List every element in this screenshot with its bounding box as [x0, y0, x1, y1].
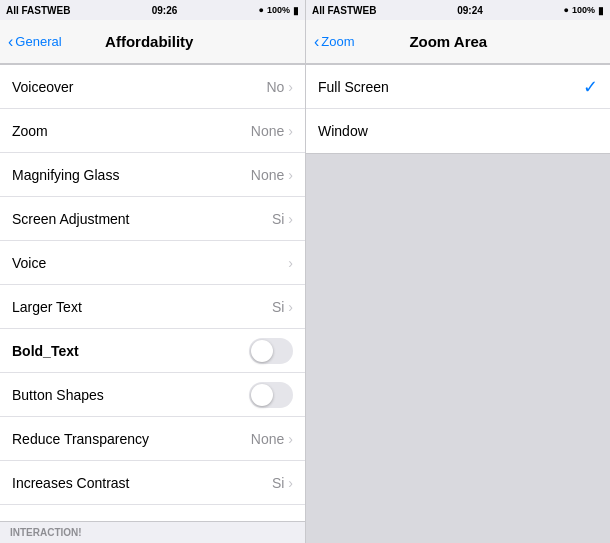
- increases-contrast-value-text: Si: [272, 475, 284, 491]
- battery-icon: ▮: [293, 5, 299, 16]
- right-back-chevron: ‹: [314, 33, 319, 51]
- item-value-voiceover: No ›: [266, 79, 293, 95]
- voiceover-value-text: No: [266, 79, 284, 95]
- left-battery-label: 100%: [267, 5, 290, 15]
- right-battery-icon: ▮: [598, 5, 604, 16]
- item-value-screen-adjustment: Si ›: [272, 211, 293, 227]
- full-screen-label: Full Screen: [318, 79, 389, 95]
- left-nav-bar: ‹ General Affordability: [0, 20, 305, 64]
- zoom-value-text: None: [251, 123, 284, 139]
- item-label-increases-contrast: Increases Contrast: [12, 475, 130, 491]
- left-interaction-bar: INTERACTION!: [0, 521, 305, 543]
- left-back-chevron: ‹: [8, 33, 13, 51]
- right-wifi-icon: ●: [564, 5, 569, 15]
- right-back-label: Zoom: [321, 34, 354, 49]
- right-carrier: All FASTWEB: [312, 5, 376, 16]
- item-label-screen-adjustment: Screen Adjustment: [12, 211, 130, 227]
- settings-item-increases-contrast[interactable]: Increases Contrast Si ›: [0, 461, 305, 505]
- item-label-voice: Voice: [12, 255, 46, 271]
- right-nav-title: Zoom Area: [355, 33, 542, 50]
- right-battery-label: 100%: [572, 5, 595, 15]
- left-carrier: All FASTWEB: [6, 5, 70, 16]
- bold-text-toggle-thumb: [251, 340, 273, 362]
- item-value-larger-text: Si ›: [272, 299, 293, 315]
- settings-group-main: Voiceover No › Zoom None › Magnifying Gl…: [0, 64, 305, 521]
- right-content-area: [306, 154, 610, 543]
- item-label-reduce-transparency: Reduce Transparency: [12, 431, 149, 447]
- magnifying-chevron: ›: [288, 167, 293, 183]
- settings-item-button-shapes[interactable]: Button Shapes: [0, 373, 305, 417]
- window-label: Window: [318, 123, 368, 139]
- voiceover-chevron: ›: [288, 79, 293, 95]
- right-time: 09:24: [457, 5, 483, 16]
- item-value-zoom: None ›: [251, 123, 293, 139]
- item-value-increases-contrast: Si ›: [272, 475, 293, 491]
- full-screen-checkmark: ✓: [583, 76, 598, 98]
- item-label-magnifying-glass: Magnifying Glass: [12, 167, 119, 183]
- left-nav-title: Affordability: [62, 33, 237, 50]
- zoom-options-list: Full Screen ✓ Window: [306, 64, 610, 154]
- left-time: 09:26: [152, 5, 178, 16]
- item-value-reduce-transparency: None ›: [251, 431, 293, 447]
- item-label-voiceover: Voiceover: [12, 79, 73, 95]
- button-shapes-toggle-thumb: [251, 384, 273, 406]
- reduce-transparency-value-text: None: [251, 431, 284, 447]
- settings-item-zoom[interactable]: Zoom None ›: [0, 109, 305, 153]
- larger-text-chevron: ›: [288, 299, 293, 315]
- settings-item-screen-adjustment[interactable]: Screen Adjustment Si ›: [0, 197, 305, 241]
- right-status-bar: All FASTWEB 09:24 ● 100% ▮: [306, 0, 610, 20]
- zoom-option-full-screen[interactable]: Full Screen ✓: [306, 65, 610, 109]
- settings-item-magnifying-glass[interactable]: Magnifying Glass None ›: [0, 153, 305, 197]
- settings-item-voiceover[interactable]: Voiceover No ›: [0, 65, 305, 109]
- left-back-button[interactable]: ‹ General: [8, 33, 62, 51]
- right-panel: All FASTWEB 09:24 ● 100% ▮ ‹ Zoom Zoom A…: [305, 0, 610, 543]
- settings-item-bold-text[interactable]: Bold_Text: [0, 329, 305, 373]
- reduce-transparency-chevron: ›: [288, 431, 293, 447]
- screen-adjustment-value-text: Si: [272, 211, 284, 227]
- left-settings-list: Voiceover No › Zoom None › Magnifying Gl…: [0, 64, 305, 521]
- left-panel: All FASTWEB 09:26 ● 100% ▮ ‹ General Aff…: [0, 0, 305, 543]
- item-value-bold-text: [249, 338, 293, 364]
- item-value-button-shapes: [249, 382, 293, 408]
- bold-text-toggle[interactable]: [249, 338, 293, 364]
- interaction-label: INTERACTION!: [10, 527, 82, 538]
- item-value-voice: ›: [288, 255, 293, 271]
- settings-item-larger-text[interactable]: Larger Text Si ›: [0, 285, 305, 329]
- right-back-button[interactable]: ‹ Zoom: [314, 33, 355, 51]
- settings-item-reduce-transparency[interactable]: Reduce Transparency None ›: [0, 417, 305, 461]
- left-status-bar: All FASTWEB 09:26 ● 100% ▮: [0, 0, 305, 20]
- left-status-right: ● 100% ▮: [259, 5, 299, 16]
- increases-contrast-chevron: ›: [288, 475, 293, 491]
- screen-adjustment-chevron: ›: [288, 211, 293, 227]
- zoom-chevron: ›: [288, 123, 293, 139]
- item-value-magnifying-glass: None ›: [251, 167, 293, 183]
- right-status-right: ● 100% ▮: [564, 5, 604, 16]
- voice-chevron: ›: [288, 255, 293, 271]
- left-back-label: General: [15, 34, 61, 49]
- larger-text-value-text: Si: [272, 299, 284, 315]
- wifi-icon: ●: [259, 5, 264, 15]
- zoom-option-window[interactable]: Window: [306, 109, 610, 153]
- button-shapes-toggle[interactable]: [249, 382, 293, 408]
- item-label-bold-text: Bold_Text: [12, 343, 79, 359]
- item-label-larger-text: Larger Text: [12, 299, 82, 315]
- settings-item-voice[interactable]: Voice ›: [0, 241, 305, 285]
- magnifying-value-text: None: [251, 167, 284, 183]
- right-nav-bar: ‹ Zoom Zoom Area: [306, 20, 610, 64]
- settings-item-reduce-movement[interactable]: Reduce Movement No ›: [0, 505, 305, 521]
- item-label-button-shapes: Button Shapes: [12, 387, 104, 403]
- item-label-zoom: Zoom: [12, 123, 48, 139]
